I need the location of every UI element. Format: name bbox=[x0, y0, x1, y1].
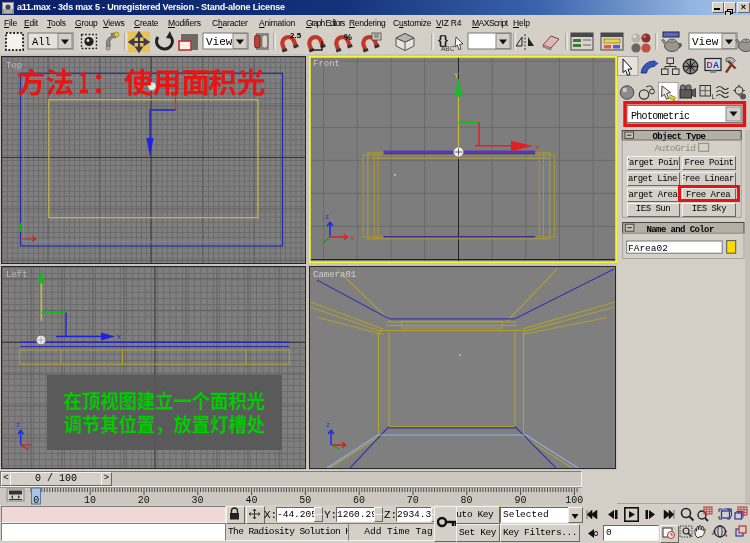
svg-text:FArea02: FArea02 bbox=[628, 243, 668, 254]
svg-text:z: z bbox=[325, 213, 329, 221]
svg-text:All: All bbox=[32, 36, 51, 48]
svg-text:D: D bbox=[707, 60, 713, 70]
svg-text:A: A bbox=[713, 60, 719, 70]
svg-text:40: 40 bbox=[245, 495, 257, 505]
svg-text:Left: Left bbox=[6, 270, 28, 280]
svg-text:70: 70 bbox=[407, 495, 419, 505]
svg-text:View: View bbox=[692, 36, 719, 48]
svg-text:Y: Y bbox=[454, 71, 459, 80]
svg-text:20: 20 bbox=[138, 495, 150, 505]
svg-text:x: x bbox=[535, 143, 539, 151]
svg-text:80: 80 bbox=[461, 495, 473, 505]
svg-text:z: z bbox=[326, 421, 330, 429]
svg-text:ABC: ABC bbox=[441, 45, 455, 52]
svg-text:Top: Top bbox=[6, 61, 22, 71]
svg-text:Front: Front bbox=[313, 59, 340, 69]
svg-text:Camera01: Camera01 bbox=[313, 270, 356, 280]
svg-text:10: 10 bbox=[84, 495, 96, 505]
svg-text:50: 50 bbox=[299, 495, 311, 505]
svg-text:L: L bbox=[712, 93, 716, 100]
svg-text:x: x bbox=[350, 234, 354, 242]
svg-text:z: z bbox=[16, 421, 20, 429]
svg-text:0: 0 bbox=[33, 495, 39, 505]
svg-text:View: View bbox=[206, 36, 233, 48]
svg-text:30: 30 bbox=[192, 495, 204, 505]
svg-text:2.5: 2.5 bbox=[290, 31, 302, 40]
svg-text:60: 60 bbox=[353, 495, 365, 505]
svg-text:100: 100 bbox=[565, 495, 583, 505]
svg-text:x: x bbox=[117, 333, 121, 341]
svg-text:Photometric: Photometric bbox=[631, 111, 690, 122]
svg-text:AutoGrid: AutoGrid bbox=[655, 143, 696, 154]
svg-text:%: % bbox=[344, 32, 352, 42]
svg-text:90: 90 bbox=[514, 495, 526, 505]
